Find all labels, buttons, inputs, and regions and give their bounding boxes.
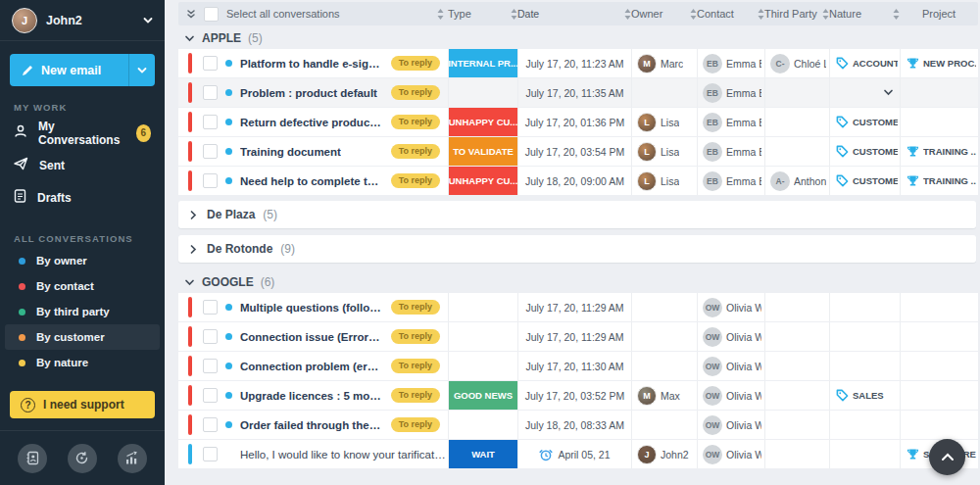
conversation-row[interactable]: Training document To reply TO VALIDATE J… (178, 137, 978, 166)
conversation-date: July 17, 20, 11:23 AM (517, 49, 631, 77)
conversation-row[interactable]: Platform to handle e-signing contracts T… (178, 49, 978, 77)
stats-icon[interactable] (118, 444, 147, 473)
conversation-subject[interactable]: Hello, I would like to know your tarific… (240, 449, 448, 461)
column-third-party[interactable]: Third Party (764, 8, 817, 20)
select-all-checkbox[interactable] (204, 7, 219, 22)
row-checkbox[interactable] (203, 447, 218, 461)
conversation-subject[interactable]: Connection issue (Error 502) - Urgent!! (240, 331, 383, 343)
nature-label: ACCOUNTI... (853, 58, 898, 69)
sidebar-item-by-contact[interactable]: By contact (5, 273, 160, 299)
type-badge: GOOD NEWS (449, 381, 517, 410)
row-accent-bar (188, 444, 192, 464)
contact-avatar: OW (703, 298, 722, 317)
conversation-row[interactable]: Hello, I would like to know your tarific… (178, 440, 978, 468)
column-owner[interactable]: Owner (631, 8, 662, 20)
third-party-avatar: C- (770, 54, 790, 73)
owner-name: John2 (661, 449, 689, 461)
owner-avatar: M (637, 54, 657, 73)
group-header-de-plaza[interactable]: De Plaza (5) (178, 201, 976, 228)
support-button[interactable]: ? I need support (10, 391, 155, 418)
sidebar-item-my-conversations[interactable]: My Conversations 6 (0, 117, 165, 149)
row-accent-bar (188, 170, 192, 191)
conversation-subject[interactable]: Return defective product : refund !!! (240, 117, 383, 128)
conversation-subject[interactable]: Need help to complete the process (240, 175, 383, 187)
new-email-dropdown[interactable] (128, 54, 155, 86)
sort-icon[interactable] (624, 9, 631, 20)
group-header-de-rotonde[interactable]: De Rotonde (9) (178, 235, 976, 263)
row-checkbox[interactable] (203, 56, 218, 71)
conversation-row[interactable]: Upgrade licences : 5 more to add To repl… (178, 381, 978, 410)
contact-name: Olivia Wil... (726, 390, 761, 402)
row-checkbox[interactable] (203, 388, 218, 403)
conversation-row[interactable]: Multiple questions (follow-up) To reply … (178, 293, 978, 321)
row-checkbox[interactable] (203, 329, 218, 344)
conversation-subject[interactable]: Multiple questions (follow-up) (240, 302, 383, 314)
nature-label: CUSTOME... (853, 117, 898, 127)
group-header-google[interactable]: GOOGLE (6) (178, 269, 978, 293)
filters-list: By owner By contact By third party By cu… (0, 248, 165, 375)
sidebar-item-sent[interactable]: Sent (0, 149, 165, 181)
row-expand-chevron-icon[interactable] (883, 87, 900, 98)
sort-icon[interactable] (437, 9, 444, 20)
row-checkbox[interactable] (203, 359, 218, 373)
draft-icon (14, 189, 26, 206)
column-nature[interactable]: Nature (829, 8, 861, 20)
contact-name: Emma Br... (726, 117, 761, 128)
row-checkbox[interactable] (203, 115, 218, 129)
sidebar-item-by-nature[interactable]: By nature (5, 350, 160, 375)
person-icon (14, 124, 27, 141)
column-contact[interactable]: Contact (697, 8, 734, 20)
row-checkbox[interactable] (203, 173, 218, 188)
sidebar-item-label: Sent (39, 159, 65, 172)
scroll-to-top-button[interactable] (929, 439, 965, 475)
tag-icon (836, 57, 849, 70)
sort-icon[interactable] (511, 9, 517, 20)
conversation-row[interactable]: Return defective product : refund !!! To… (178, 108, 978, 136)
conversation-row[interactable]: Need help to complete the process To rep… (178, 167, 978, 195)
unread-dot-icon (225, 304, 232, 311)
row-checkbox[interactable] (203, 417, 218, 432)
sidebar-item-label: By contact (36, 280, 94, 292)
conversation-subject[interactable]: Upgrade licences : 5 more to add (240, 390, 383, 402)
row-checkbox[interactable] (203, 144, 218, 159)
conversation-date: July 17, 20, 01:36 PM (517, 108, 631, 136)
conversation-row[interactable]: Problem : product default To reply July … (178, 78, 978, 107)
conversation-row[interactable]: Connection problem (error 404) on Ipa...… (178, 352, 978, 380)
trophy-icon (906, 57, 919, 70)
row-checkbox[interactable] (203, 300, 218, 315)
unread-dot-icon (225, 60, 232, 67)
sidebar-item-drafts[interactable]: Drafts (0, 181, 165, 214)
conversation-subject[interactable]: Connection problem (error 404) on Ipa... (240, 361, 383, 372)
owner-name: Lisa (661, 146, 679, 158)
unread-dot-icon (225, 363, 232, 369)
sidebar-item-by-third-party[interactable]: By third party (5, 299, 160, 324)
column-type[interactable]: Type (448, 8, 471, 20)
conversation-subject[interactable]: Order failed through the website (240, 419, 383, 431)
group-header-apple[interactable]: APPLE (5) (178, 25, 978, 49)
conversation-row[interactable]: Connection issue (Error 502) - Urgent!! … (178, 322, 978, 351)
owner-avatar: L (637, 171, 657, 191)
sidebar-item-label: By owner (36, 255, 87, 267)
sidebar-item-by-customer[interactable]: By customer (5, 324, 160, 350)
user-menu[interactable]: J John2 (0, 0, 165, 41)
group-name: De Rotonde (207, 242, 272, 256)
sort-icon[interactable] (822, 9, 829, 20)
contact-name: Emma Br... (726, 87, 761, 99)
conversation-subject[interactable]: Problem : product default (240, 87, 377, 99)
conversation-row[interactable]: Order failed through the website To repl… (178, 411, 978, 439)
conversation-subject[interactable]: Training document (240, 146, 341, 158)
contact-name: Olivia Wil... (726, 449, 761, 461)
contacts-icon[interactable] (18, 444, 47, 473)
new-email-button[interactable]: New email (10, 54, 128, 86)
column-date[interactable]: Date (517, 8, 539, 20)
sort-icon[interactable] (758, 9, 764, 20)
sidebar-item-by-owner[interactable]: By owner (5, 248, 160, 273)
conversation-subject[interactable]: Platform to handle e-signing contracts (240, 58, 383, 70)
sort-icon[interactable] (893, 9, 900, 20)
sort-icon[interactable] (690, 9, 697, 20)
column-project[interactable]: Project (922, 8, 956, 20)
chevron-down-icon[interactable] (143, 16, 153, 25)
collapse-all-icon[interactable] (186, 9, 196, 20)
history-icon[interactable] (68, 444, 97, 473)
row-checkbox[interactable] (203, 85, 218, 100)
